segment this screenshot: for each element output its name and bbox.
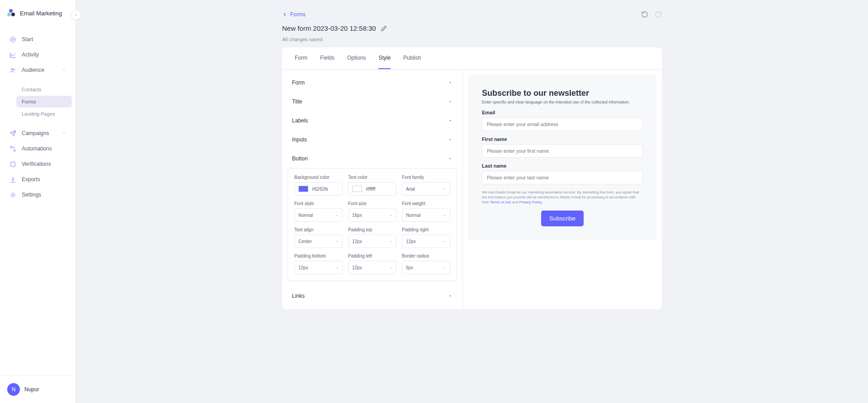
font-style-select[interactable]: Normal <box>294 208 343 222</box>
caret-down-icon <box>389 240 392 243</box>
people-icon <box>9 66 16 74</box>
redo-icon[interactable] <box>655 11 662 18</box>
accordion-inputs[interactable]: Inputs <box>282 130 462 149</box>
undo-icon[interactable] <box>641 11 648 18</box>
breadcrumb[interactable]: Forms <box>282 11 306 18</box>
subnav-forms[interactable]: Forms <box>16 96 72 108</box>
font-weight-label: Font weight <box>402 201 450 206</box>
font-size-select[interactable]: 16px <box>348 208 396 222</box>
padding-top-label: Padding top <box>348 227 396 232</box>
preview-subtext: Enter specific and clear language on the… <box>482 100 643 104</box>
text-color-text[interactable] <box>366 187 388 192</box>
padding-left-select[interactable]: 12px <box>348 261 396 274</box>
subscribe-button[interactable]: Subscribe <box>541 211 584 226</box>
chevron-up-icon <box>62 68 66 72</box>
text-color-swatch[interactable] <box>352 186 362 192</box>
subnav-contacts[interactable]: Contacts <box>16 84 72 95</box>
font-family-value: Arial <box>406 187 415 192</box>
accordion-title[interactable]: Title <box>282 92 462 111</box>
tab-form[interactable]: Form <box>295 47 307 69</box>
svg-point-5 <box>14 150 15 151</box>
accordion-button-label: Button <box>292 155 308 162</box>
bg-color-swatch[interactable] <box>298 186 308 192</box>
padding-left-label: Padding left <box>348 253 396 258</box>
legal-period: . <box>542 200 542 204</box>
border-radius-value: 6px <box>406 265 413 270</box>
font-style-label: Font style <box>294 201 343 206</box>
text-align-label: Text align <box>294 227 343 232</box>
font-style-value: Normal <box>298 213 313 218</box>
bg-color-text[interactable] <box>312 187 335 192</box>
border-radius-select[interactable]: 6px <box>402 261 450 274</box>
main-content: Forms New form 2023-03-20 12:58:30 All c… <box>76 0 868 403</box>
legal-text: We use Elastic Email as our marketing au… <box>482 190 643 205</box>
app-title: Email Marketing <box>20 10 62 17</box>
sidebar-footer[interactable]: N Nupur <box>0 375 75 403</box>
padding-bottom-select[interactable]: 12px <box>294 261 343 274</box>
last-name-field[interactable] <box>482 171 643 184</box>
caret-down-icon <box>389 214 392 217</box>
collapse-sidebar-button[interactable] <box>71 10 81 20</box>
accordion-button[interactable]: Button <box>282 149 462 168</box>
font-family-select[interactable]: Arial <box>402 182 450 196</box>
text-color-input[interactable] <box>348 182 396 196</box>
accordion-links[interactable]: Links <box>282 286 462 305</box>
nav-settings[interactable]: Settings <box>4 187 72 202</box>
nav-settings-label: Settings <box>22 192 41 198</box>
accordion-labels[interactable]: Labels <box>282 111 462 130</box>
terms-link[interactable]: Terms of Use <box>490 200 511 204</box>
nav-automations[interactable]: Automations <box>4 141 72 156</box>
font-weight-value: Normal <box>406 213 420 218</box>
caret-down-icon <box>448 294 453 298</box>
edit-icon[interactable] <box>381 25 387 32</box>
home-icon <box>9 36 16 43</box>
font-weight-select[interactable]: Normal <box>402 208 450 222</box>
logo-icon <box>7 9 15 17</box>
download-icon <box>9 176 16 183</box>
nav-verifications[interactable]: Verifications <box>4 156 72 172</box>
nav-start-label: Start <box>22 36 33 42</box>
caret-up-icon <box>448 156 453 161</box>
padding-right-value: 12px <box>406 239 416 244</box>
tab-style[interactable]: Style <box>378 47 391 69</box>
page-title: New form 2023-03-20 12:58:30 <box>282 24 376 32</box>
svg-point-0 <box>10 37 15 42</box>
tab-fields[interactable]: Fields <box>320 47 335 69</box>
accordion-inputs-label: Inputs <box>292 136 307 143</box>
first-name-label: First name <box>482 136 643 142</box>
tab-options[interactable]: Options <box>347 47 366 69</box>
caret-down-icon <box>448 80 453 85</box>
nav-activity[interactable]: Activity <box>4 47 72 62</box>
caret-down-icon <box>443 266 446 269</box>
bg-color-input[interactable] <box>294 182 343 196</box>
nav-start[interactable]: Start <box>4 32 72 47</box>
padding-left-value: 12px <box>352 265 362 270</box>
font-size-value: 16px <box>352 213 362 218</box>
svg-point-6 <box>12 194 14 196</box>
nav-campaigns[interactable]: Campaigns <box>4 126 72 141</box>
padding-top-select[interactable]: 12px <box>348 234 396 248</box>
preview-heading: Subscribe to our newsletter <box>482 89 643 98</box>
accordion-form[interactable]: Form <box>282 73 462 92</box>
nav-audience[interactable]: Audience <box>4 62 72 78</box>
username: Nupur <box>24 386 39 393</box>
nav-campaigns-label: Campaigns <box>22 130 49 136</box>
caret-down-icon <box>335 240 339 243</box>
email-field[interactable] <box>482 117 643 131</box>
text-align-value: Center <box>298 239 312 244</box>
subnav-landing-pages[interactable]: Landing Pages <box>16 108 72 120</box>
preview-card: Subscribe to our newsletter Enter specif… <box>468 75 656 240</box>
tab-publish[interactable]: Publish <box>403 47 421 69</box>
first-name-field[interactable] <box>482 144 643 158</box>
padding-bottom-value: 12px <box>298 265 308 270</box>
last-name-label: Last name <box>482 163 643 169</box>
svg-point-3 <box>14 69 15 70</box>
caret-down-icon <box>335 266 339 269</box>
bg-color-label: Background color <box>294 175 343 180</box>
chart-icon <box>9 51 16 58</box>
nav-exports[interactable]: Exports <box>4 172 72 187</box>
gear-icon <box>9 191 16 198</box>
text-align-select[interactable]: Center <box>294 234 343 248</box>
padding-right-select[interactable]: 12px <box>402 234 450 248</box>
privacy-link[interactable]: Privacy Policy <box>519 200 542 204</box>
